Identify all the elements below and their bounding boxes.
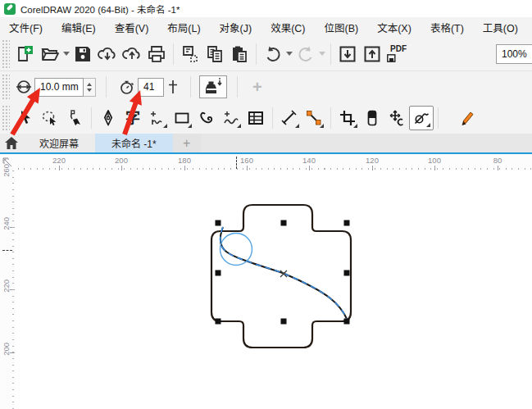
crop-tool[interactable]	[335, 106, 360, 130]
pencil-icon	[457, 109, 475, 127]
import-button[interactable]	[335, 42, 360, 66]
print-button[interactable]	[144, 42, 169, 66]
new-tab-icon: +	[183, 136, 190, 151]
paste-button[interactable]	[227, 42, 252, 66]
table-tool[interactable]	[243, 106, 268, 130]
save-button[interactable]	[70, 42, 95, 66]
print-icon	[147, 44, 166, 64]
property-separator	[190, 76, 191, 98]
undo-icon	[263, 44, 283, 64]
cloud-download-button[interactable]	[95, 42, 120, 66]
bezier-curve-tool[interactable]	[194, 106, 219, 130]
menu-layout[interactable]: 布局(L)	[161, 17, 206, 38]
toolbox-grip[interactable]	[2, 105, 10, 131]
menu-view[interactable]: 查看(V)	[109, 17, 155, 38]
tab-bar-filler	[201, 134, 532, 152]
nib-size-icon	[14, 77, 34, 97]
menu-tools[interactable]: 工具(O)	[477, 17, 524, 38]
open-dropdown-caret[interactable]	[62, 42, 70, 66]
ink-bottle-button[interactable]	[199, 75, 227, 98]
ruler-cursor-marker-x	[236, 157, 237, 169]
freehand-tool[interactable]	[145, 106, 170, 130]
parallel-dimension-tool[interactable]	[277, 106, 302, 130]
toolbox-separator	[91, 107, 92, 129]
home-tab-button[interactable]	[0, 134, 23, 152]
toolbar-grip[interactable]	[2, 39, 10, 68]
drawing-canvas[interactable]	[15, 170, 532, 409]
publish-pdf-button[interactable]: PDF	[384, 42, 412, 66]
tab-welcome-label: 欢迎屏幕	[39, 136, 79, 150]
menu-object[interactable]: 对象(J)	[214, 17, 258, 38]
property-bar-grip[interactable]	[2, 74, 10, 100]
cloud-upload-icon	[121, 44, 143, 64]
pen-tool[interactable]	[96, 106, 120, 130]
nib-size-spinner[interactable]	[84, 78, 96, 97]
pick-tool[interactable]	[13, 106, 38, 130]
shape-tool-icon	[66, 109, 84, 127]
undo-dropdown-caret[interactable]	[285, 42, 293, 66]
toolbox-separator	[438, 107, 439, 129]
rectangle-tool[interactable]	[170, 106, 194, 130]
nib-size-input[interactable]: 10.0 mm	[34, 78, 84, 97]
menu-text[interactable]: 文本(X)	[371, 17, 417, 38]
new-tab-button[interactable]: +	[173, 134, 201, 152]
tab-welcome-screen[interactable]: 欢迎屏幕	[23, 134, 95, 152]
connector-tool[interactable]	[302, 106, 326, 130]
redo-dropdown-caret[interactable]	[318, 42, 326, 66]
add-preset-button[interactable]: +	[252, 78, 262, 97]
new-document-icon	[16, 44, 35, 64]
hruler-label: 80	[493, 156, 502, 165]
redo-button[interactable]	[293, 42, 318, 66]
copy-button[interactable]	[202, 42, 227, 66]
hruler-label: 120	[366, 156, 379, 165]
export-icon	[362, 44, 382, 64]
toolbox-separator	[330, 107, 331, 129]
pick-tool-icon	[16, 109, 34, 127]
window-title: CorelDRAW 2020 (64-Bit) - 未命名 -1*	[20, 2, 180, 16]
curve-tool-icon	[198, 109, 216, 127]
menu-effects[interactable]: 效果(C)	[265, 17, 311, 38]
redo-icon	[296, 44, 316, 64]
free-transform-tool[interactable]	[384, 106, 409, 130]
text-tool[interactable]: 字	[120, 106, 145, 130]
save-floppy-icon	[73, 44, 93, 64]
standard-toolbar: PDF 100%	[0, 37, 532, 71]
menu-table[interactable]: 表格(T)	[425, 17, 470, 38]
menu-bitmaps[interactable]: 位图(B)	[319, 17, 365, 38]
artistic-media-tool[interactable]	[219, 106, 243, 130]
cloud-upload-button[interactable]	[120, 42, 144, 66]
virtual-segment-delete-icon	[412, 109, 430, 127]
eraser-tool[interactable]	[360, 106, 384, 130]
cut-button[interactable]	[178, 42, 202, 66]
title-bar: CorelDRAW 2020 (64-Bit) - 未命名 -1*	[0, 0, 532, 17]
stopwatch-icon	[117, 77, 137, 97]
horizontal-ruler[interactable]: 220 200 180 160 140 120 100 80	[0, 154, 532, 170]
property-bar: 10.0 mm 41 +	[0, 71, 532, 102]
artistic-media-icon	[222, 109, 240, 127]
export-button[interactable]	[360, 42, 384, 66]
menu-file[interactable]: 文件(F)	[3, 17, 48, 38]
smoothing-input[interactable]: 41	[138, 78, 164, 97]
hruler-label: 140	[302, 156, 316, 165]
live-sketch-tool[interactable]	[454, 106, 479, 130]
hruler-label: 160	[240, 156, 253, 165]
toolbar-separator	[173, 43, 174, 65]
pdf-save-icon	[387, 54, 396, 62]
menu-edit[interactable]: 编辑(E)	[56, 17, 102, 38]
toolbox: 字	[0, 102, 532, 134]
vertical-ruler[interactable]: 260 240 220 200	[0, 170, 15, 409]
cut-icon	[180, 44, 200, 64]
copy-icon	[205, 44, 225, 64]
dimension-tool-icon	[280, 109, 298, 127]
tab-document[interactable]: 未命名 -1*	[95, 134, 173, 152]
undo-button[interactable]	[261, 42, 285, 66]
freehand-pick-tool[interactable]	[38, 106, 62, 130]
open-button[interactable]	[38, 42, 62, 66]
zoom-level-combobox[interactable]: 100%	[496, 44, 532, 64]
new-document-button[interactable]	[13, 42, 38, 66]
plus-glyph: +	[252, 78, 262, 96]
virtual-segment-delete-tool[interactable]	[409, 106, 434, 130]
open-folder-icon	[40, 44, 60, 64]
smoothing-slider-button[interactable]	[164, 75, 182, 99]
shape-tool[interactable]	[62, 106, 87, 130]
